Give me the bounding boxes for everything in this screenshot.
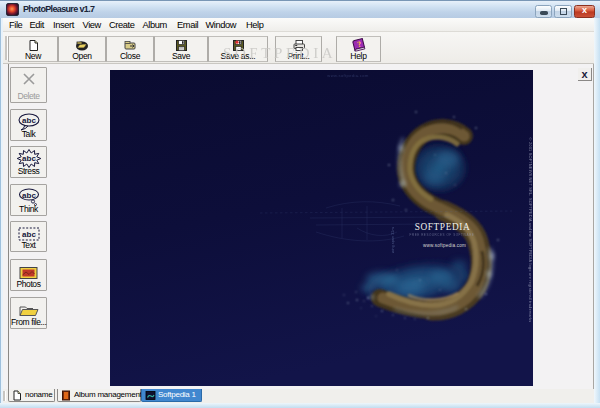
svg-text:abc: abc bbox=[22, 230, 36, 239]
svg-text:SOFTPEDIA: SOFTPEDIA bbox=[415, 222, 471, 232]
svg-text:www.softpedia.com: www.softpedia.com bbox=[423, 243, 466, 248]
svg-text:© 2001 SOFTNEWS NET SRL. SOFTP: © 2001 SOFTNEWS NET SRL. SOFTPEDIA and t… bbox=[528, 138, 533, 323]
svg-text:FREE RESOURCES OF SOFTWARE: FREE RESOURCES OF SOFTWARE bbox=[410, 233, 475, 237]
svg-text:abc: abc bbox=[22, 191, 36, 200]
svg-text:abc: abc bbox=[22, 116, 36, 125]
svg-text:wing span 31m: wing span 31m bbox=[391, 227, 395, 253]
svg-text:abc: abc bbox=[22, 154, 36, 163]
svg-text:www.softpedia.com: www.softpedia.com bbox=[327, 73, 369, 78]
